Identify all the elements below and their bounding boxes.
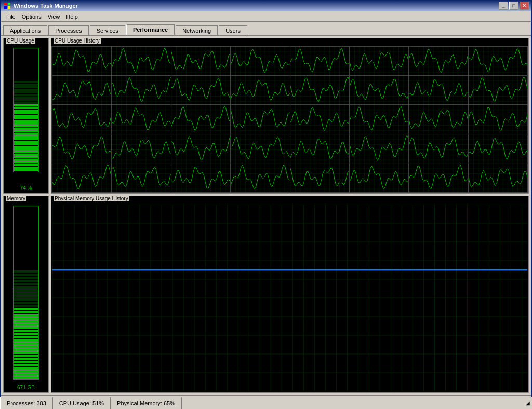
svg-rect-2 xyxy=(4,6,7,9)
memory-bar-segment xyxy=(14,289,38,292)
memory-bar-segment xyxy=(14,361,38,363)
cpu-bar-chart xyxy=(13,48,39,172)
status-processes: Processes: 383 xyxy=(0,397,53,409)
cpu-history-label: CPU Usage History xyxy=(54,38,101,44)
cpu-history-content xyxy=(51,46,528,193)
cpu-core-graph-25 xyxy=(112,134,170,163)
cpu-core-graph-11 xyxy=(231,76,289,104)
menu-bar: File Options View Help xyxy=(1,11,531,22)
svg-rect-3 xyxy=(8,6,10,9)
cpu-core-graph-19 xyxy=(231,105,289,133)
tab-users[interactable]: Users xyxy=(219,25,247,35)
cpu-core-graph-35 xyxy=(231,163,289,192)
cpu-core-graph-24 xyxy=(52,134,111,163)
main-content: CPU Usage xyxy=(1,36,531,395)
cpu-core-graph-10 xyxy=(171,76,230,104)
memory-history-content xyxy=(51,203,528,392)
cpu-history-panel: CPU Usage History xyxy=(51,38,529,194)
main-window: Windows Task Manager _ □ ✕ File Options … xyxy=(0,0,532,409)
memory-bar-segment xyxy=(14,305,38,307)
memory-bar-segment xyxy=(14,351,38,354)
menu-view[interactable]: View xyxy=(45,12,63,21)
memory-bar-segment xyxy=(14,302,38,304)
tab-performance[interactable]: Performance xyxy=(126,24,175,35)
cpu-core-graph-36 xyxy=(290,163,349,192)
memory-bar-segment xyxy=(14,283,38,285)
cpu-core-graph-23 xyxy=(469,105,527,133)
cpu-core-graph-37 xyxy=(350,163,408,192)
cpu-core-graph-14 xyxy=(409,76,468,104)
memory-bar-segment xyxy=(14,355,38,357)
cpu-core-graph-26 xyxy=(171,134,230,163)
tab-services[interactable]: Services xyxy=(90,25,125,35)
status-bar: Processes: 383 CPU Usage: 51% Physical M… xyxy=(0,397,532,409)
cpu-bar-segments xyxy=(14,80,38,172)
status-cpu-usage: CPU Usage: 51% xyxy=(53,397,111,409)
cpu-core-graph-21 xyxy=(350,105,408,133)
cpu-core-graph-16 xyxy=(52,105,111,133)
window-controls[interactable]: _ □ ✕ xyxy=(499,2,529,10)
memory-bar-segment xyxy=(14,342,38,345)
cpu-core-graph-5 xyxy=(350,47,408,75)
cpu-core-graph-9 xyxy=(112,76,170,104)
memory-bar-segment xyxy=(14,277,38,279)
window-title: Windows Task Manager xyxy=(14,3,78,9)
memory-bar-chart xyxy=(13,206,39,380)
memory-bar-segment xyxy=(14,370,38,373)
title-bar: Windows Task Manager _ □ ✕ xyxy=(1,0,531,11)
memory-bar-segment xyxy=(14,376,38,379)
cpu-core-graph-8 xyxy=(52,76,111,104)
memory-bar-segment xyxy=(14,373,38,376)
cpu-bar-label: CPU Usage xyxy=(6,38,35,44)
cpu-core-graph-38 xyxy=(409,163,468,192)
memory-bar-segment xyxy=(14,274,38,276)
cpu-core-graph-6 xyxy=(409,47,468,75)
cpu-core-graph-29 xyxy=(350,134,408,163)
memory-bar-segment xyxy=(14,339,38,342)
cpu-core-graph-12 xyxy=(290,76,349,104)
cpu-core-graph-27 xyxy=(231,134,289,163)
cpu-core-graph-1 xyxy=(112,47,170,75)
app-icon xyxy=(3,2,11,10)
memory-bar-panel: Memory 671 GB xyxy=(3,196,49,393)
cpu-core-graph-31 xyxy=(469,134,527,163)
memory-bar-segment xyxy=(14,314,38,317)
cpu-core-graph-18 xyxy=(171,105,230,133)
resize-handle[interactable]: ◢ xyxy=(524,397,532,410)
tab-applications[interactable]: Applications xyxy=(3,25,47,35)
memory-bar-segment xyxy=(14,317,38,320)
memory-bar-segment xyxy=(14,320,38,323)
menu-help[interactable]: Help xyxy=(63,12,81,21)
cpu-section: CPU Usage xyxy=(3,38,529,194)
cpu-core-graph-33 xyxy=(112,163,170,192)
memory-bar-segment xyxy=(14,292,38,295)
memory-bar-segment xyxy=(14,367,38,370)
close-button[interactable]: ✕ xyxy=(520,2,529,10)
memory-bar-segment xyxy=(14,358,38,360)
memory-bar-segment xyxy=(14,280,38,282)
memory-bar-segment xyxy=(14,326,38,329)
memory-bar-label: Memory xyxy=(6,196,26,201)
status-physical-memory: Physical Memory: 65% xyxy=(111,397,182,409)
cpu-core-graph-28 xyxy=(290,134,349,163)
memory-bar-segment xyxy=(14,270,38,273)
memory-bar-segment xyxy=(14,308,38,310)
memory-bar-segment xyxy=(14,298,38,301)
minimize-button[interactable]: _ xyxy=(499,2,508,10)
tab-processes[interactable]: Processes xyxy=(48,25,88,35)
memory-bar-segment xyxy=(14,348,38,351)
tab-networking[interactable]: Networking xyxy=(176,25,218,35)
cpu-core-graph-13 xyxy=(350,76,408,104)
cpu-bar-panel: CPU Usage xyxy=(3,38,49,194)
menu-file[interactable]: File xyxy=(3,12,19,21)
maximize-button[interactable]: □ xyxy=(509,2,518,10)
menu-options[interactable]: Options xyxy=(19,12,45,21)
cpu-core-graph-2 xyxy=(171,47,230,75)
memory-section: Memory 671 GB Physical Memory Usage Hist… xyxy=(3,196,529,393)
memory-bar-segment xyxy=(14,323,38,326)
cpu-core-graph-0 xyxy=(52,47,111,75)
cpu-core-graph-39 xyxy=(469,163,527,192)
memory-bar-segment xyxy=(14,333,38,335)
cpu-core-graph-15 xyxy=(469,76,527,104)
title-bar-left: Windows Task Manager xyxy=(3,2,78,10)
